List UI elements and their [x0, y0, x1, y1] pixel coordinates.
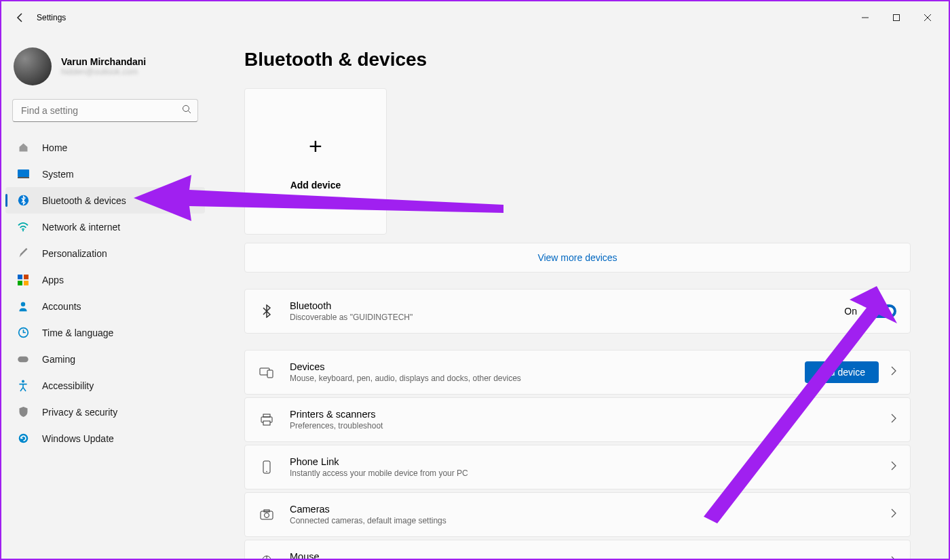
page-title: Bluetooth & devices	[244, 49, 911, 71]
printers-title: Printers & scanners	[290, 409, 891, 420]
nav-privacy[interactable]: Privacy & security	[5, 399, 205, 425]
mouse-title: Mouse	[290, 551, 891, 559]
nav-accounts[interactable]: Accounts	[5, 293, 205, 319]
window-controls	[850, 7, 943, 28]
system-icon	[16, 167, 30, 181]
nav-time-language[interactable]: Time & language	[5, 319, 205, 346]
mouse-icon	[259, 555, 275, 559]
svg-point-7	[22, 230, 24, 231]
svg-rect-9	[24, 275, 28, 279]
devices-subtitle: Mouse, keyboard, pen, audio, displays an…	[290, 374, 805, 383]
add-device-card[interactable]: + Add device	[244, 88, 387, 235]
svg-point-16	[18, 434, 28, 443]
person-icon	[16, 300, 30, 313]
nav-bluetooth-devices[interactable]: Bluetooth & devices	[5, 187, 205, 214]
bluetooth-subtitle: Discoverable as "GUIDINGTECH"	[290, 313, 844, 322]
sidebar: Varun Mirchandani hidden@outlook.com Hom…	[1, 34, 212, 559]
svg-rect-8	[18, 275, 22, 279]
chevron-right-icon	[891, 461, 896, 473]
profile-block[interactable]: Varun Mirchandani hidden@outlook.com	[1, 42, 209, 99]
chevron-right-icon	[891, 414, 896, 426]
cameras-title: Cameras	[290, 504, 891, 515]
close-button[interactable]	[912, 7, 943, 28]
main-content: Bluetooth & devices + Add device View mo…	[212, 34, 949, 559]
maximize-button[interactable]	[881, 7, 912, 28]
clock-icon	[16, 326, 30, 340]
shield-icon	[16, 405, 30, 419]
nav-accessibility[interactable]: Accessibility	[5, 372, 205, 399]
bluetooth-title: Bluetooth	[290, 300, 844, 311]
phone-link-subtitle: Instantly access your mobile device from…	[290, 468, 891, 478]
avatar	[14, 47, 52, 85]
add-device-button[interactable]: Add device	[805, 361, 879, 383]
svg-point-15	[22, 380, 24, 382]
bluetooth-toggle-row: Bluetooth Discoverable as "GUIDINGTECH" …	[244, 289, 911, 334]
bluetooth-state-label: On	[844, 306, 857, 317]
chevron-right-icon	[891, 556, 896, 559]
cameras-subtitle: Connected cameras, default image setting…	[290, 516, 891, 525]
printers-row[interactable]: Printers & scanners Preferences, trouble…	[244, 397, 911, 442]
bluetooth-row-icon	[259, 304, 275, 318]
plus-icon: +	[309, 133, 322, 159]
nav-apps[interactable]: Apps	[5, 266, 205, 293]
view-more-devices-link[interactable]: View more devices	[244, 243, 911, 273]
svg-point-12	[21, 302, 25, 306]
minimize-button[interactable]	[850, 7, 881, 28]
svg-rect-5	[18, 177, 29, 178]
svg-rect-21	[263, 421, 270, 425]
svg-point-25	[265, 513, 269, 518]
accessibility-icon	[16, 379, 30, 393]
devices-title: Devices	[290, 361, 805, 372]
cameras-row[interactable]: Cameras Connected cameras, default image…	[244, 492, 911, 537]
add-device-label: Add device	[290, 180, 341, 191]
app-title: Settings	[37, 13, 66, 22]
svg-rect-19	[263, 414, 270, 417]
gamepad-icon	[16, 353, 30, 366]
nav-network[interactable]: Network & internet	[5, 214, 205, 240]
svg-rect-14	[18, 356, 28, 362]
phone-link-row[interactable]: Phone Link Instantly access your mobile …	[244, 445, 911, 489]
svg-rect-1	[894, 15, 900, 21]
nav-personalization[interactable]: Personalization	[5, 240, 205, 266]
home-icon	[16, 141, 30, 155]
back-arrow-icon	[15, 12, 26, 23]
chevron-right-icon	[891, 508, 896, 521]
apps-icon	[16, 273, 30, 287]
svg-rect-11	[24, 281, 28, 285]
chevron-right-icon	[891, 366, 896, 378]
bluetooth-icon	[16, 194, 30, 207]
profile-name: Varun Mirchandani	[61, 56, 146, 67]
search-icon	[182, 104, 191, 117]
brush-icon	[16, 247, 30, 260]
phone-link-title: Phone Link	[290, 456, 891, 467]
svg-point-23	[266, 471, 267, 473]
svg-rect-4	[18, 169, 29, 177]
back-button[interactable]	[7, 4, 34, 31]
camera-icon	[259, 509, 275, 520]
printers-subtitle: Preferences, troubleshoot	[290, 421, 891, 431]
phone-icon	[259, 460, 275, 474]
update-icon	[16, 432, 30, 445]
bluetooth-toggle[interactable]	[869, 304, 896, 318]
nav-system[interactable]: System	[5, 161, 205, 187]
nav-home[interactable]: Home	[5, 134, 205, 161]
devices-icon	[259, 366, 275, 378]
svg-rect-10	[18, 281, 22, 285]
svg-rect-24	[261, 511, 273, 519]
printer-icon	[259, 414, 275, 426]
svg-point-2	[183, 106, 189, 112]
mouse-row[interactable]: Mouse Buttons, mouse pointer speed, scro…	[244, 540, 911, 559]
devices-row[interactable]: Devices Mouse, keyboard, pen, audio, dis…	[244, 350, 911, 395]
nav-windows-update[interactable]: Windows Update	[5, 425, 205, 452]
title-bar: Settings	[1, 1, 949, 34]
svg-rect-18	[267, 370, 273, 378]
nav-gaming[interactable]: Gaming	[5, 346, 205, 372]
wifi-icon	[16, 220, 30, 234]
search-input[interactable]	[12, 99, 198, 122]
svg-line-3	[189, 111, 191, 114]
profile-email: hidden@outlook.com	[61, 67, 146, 77]
